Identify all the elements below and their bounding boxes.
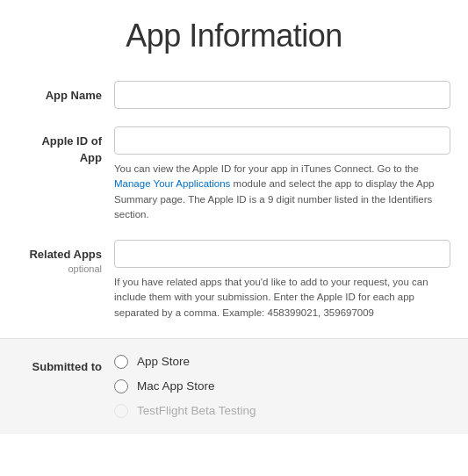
related-apps-input[interactable] xyxy=(114,240,450,268)
app-name-row: App Name xyxy=(18,81,450,109)
apple-id-input[interactable] xyxy=(114,126,450,155)
apple-id-label: Apple ID of App xyxy=(41,134,102,164)
form-section: App Name Apple ID of App You can view th… xyxy=(18,81,450,338)
submitted-to-row: Submitted to App Store Mac App Store Tes… xyxy=(18,355,450,418)
app-name-content xyxy=(114,81,450,109)
apple-id-row: Apple ID of App You can view the Apple I… xyxy=(18,126,450,222)
apple-id-help-text: You can view the Apple ID for your app i… xyxy=(114,162,450,222)
radio-mac-app-store-label[interactable]: Mac App Store xyxy=(137,379,215,393)
submitted-to-section: Submitted to App Store Mac App Store Tes… xyxy=(0,338,468,434)
app-name-input[interactable] xyxy=(114,81,450,109)
related-apps-content: If you have related apps that you'd like… xyxy=(114,240,450,321)
app-name-label-col: App Name xyxy=(18,81,114,104)
radio-app-store-label[interactable]: App Store xyxy=(137,355,190,368)
manage-apps-link[interactable]: Manage Your Applications xyxy=(114,178,230,189)
submitted-to-options: App Store Mac App Store TestFlight Beta … xyxy=(114,355,450,418)
apple-id-content: You can view the Apple ID for your app i… xyxy=(114,126,450,222)
related-apps-label: Related Apps xyxy=(29,248,102,261)
related-apps-row: Related Apps optional If you have relate… xyxy=(18,240,450,321)
app-name-label: App Name xyxy=(46,89,102,102)
related-apps-help-text: If you have related apps that you'd like… xyxy=(114,275,450,321)
radio-mac-app-store[interactable] xyxy=(114,379,128,393)
page-title: App Information xyxy=(18,0,450,81)
apple-id-label-col: Apple ID of App xyxy=(18,126,114,166)
radio-testflight xyxy=(114,404,128,418)
page-container: App Information App Name Apple ID of App… xyxy=(0,0,468,451)
radio-option-mac-app-store: Mac App Store xyxy=(114,379,450,393)
radio-testflight-label: TestFlight Beta Testing xyxy=(137,404,256,417)
radio-option-app-store: App Store xyxy=(114,355,450,369)
radio-app-store[interactable] xyxy=(114,355,128,369)
related-apps-label-col: Related Apps optional xyxy=(18,240,114,274)
related-apps-optional-label: optional xyxy=(18,263,102,274)
radio-option-testflight: TestFlight Beta Testing xyxy=(114,404,450,418)
submitted-to-label: Submitted to xyxy=(32,360,102,373)
submitted-to-label-col: Submitted to xyxy=(18,355,114,375)
